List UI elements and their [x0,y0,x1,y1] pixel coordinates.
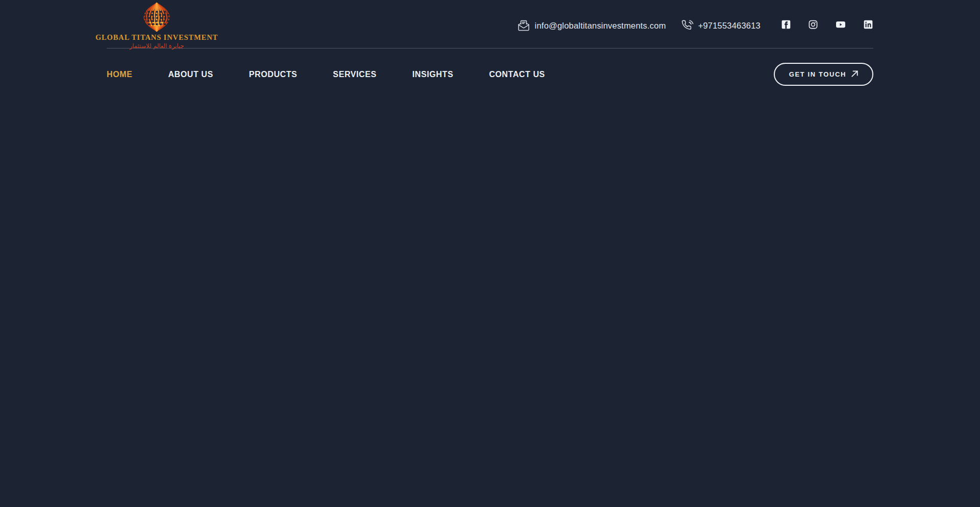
nav-item-products[interactable]: PRODUCTS [249,70,298,79]
instagram-icon [808,19,818,32]
facebook-icon [781,19,791,32]
arrow-up-right-icon [851,70,858,79]
nav-item-insights[interactable]: INSIGHTS [412,70,453,79]
youtube-link[interactable] [835,19,846,32]
globe-weave-icon [137,2,177,32]
nav-item-about-us[interactable]: ABOUT US [168,70,213,79]
email-text: info@globaltitansinvestments.com [535,21,666,31]
phone-icon [681,19,694,32]
nav-item-contact-us[interactable]: CONTACT US [489,70,545,79]
brand-logo[interactable]: GLOBAL TITANS INVESTMENT جبابرة العالم ل… [107,2,207,50]
facebook-link[interactable] [781,19,791,32]
nav-bar: HOME ABOUT US PRODUCTS SERVICES INSIGHTS… [107,49,873,100]
top-bar: GLOBAL TITANS INVESTMENT جبابرة العالم ل… [107,0,873,48]
phone-text: +971553463613 [698,21,761,31]
phone-link[interactable]: +971553463613 [681,19,761,32]
site-header: GLOBAL TITANS INVESTMENT جبابرة العالم ل… [0,0,980,100]
cta-label: GET IN TOUCH [789,70,846,78]
primary-nav: HOME ABOUT US PRODUCTS SERVICES INSIGHTS… [107,70,545,79]
youtube-icon [835,19,846,32]
social-links [781,19,873,32]
page-body-empty [0,100,980,504]
linkedin-link[interactable] [863,19,873,32]
get-in-touch-button[interactable]: GET IN TOUCH [774,63,873,86]
email-icon [517,19,530,32]
brand-name: GLOBAL TITANS INVESTMENT [95,33,218,42]
email-link[interactable]: info@globaltitansinvestments.com [517,19,666,32]
contact-group: info@globaltitansinvestments.com +971553… [517,19,873,32]
linkedin-icon [863,19,873,32]
instagram-link[interactable] [808,19,818,32]
nav-item-home[interactable]: HOME [107,70,132,79]
brand-tagline-arabic: جبابرة العالم للاستثمار [130,42,184,50]
nav-item-services[interactable]: SERVICES [333,70,376,79]
